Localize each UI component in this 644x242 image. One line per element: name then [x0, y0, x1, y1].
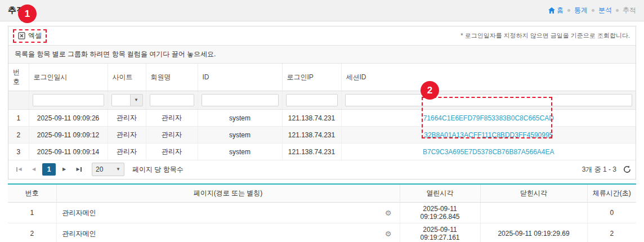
page-name: 관리자메인	[62, 208, 96, 218]
annotation-step-1-badge: 1	[18, 5, 37, 23]
nav-item-tracking: 추적	[623, 6, 636, 15]
page-visits-table: 번호 페이지(경로 또는 별칭) 열린시각 닫힌시각 체류시간(초) 1 관리자…	[8, 185, 636, 242]
ip-filter-input[interactable]	[286, 94, 338, 106]
visit-row[interactable]: 2 관리자메인⚙ 2025-09-11 09:19:27.161 2025-09…	[8, 223, 636, 242]
col-header-member[interactable]: 회원명	[146, 64, 198, 91]
member-filter-input[interactable]	[150, 94, 194, 106]
excel-export-button[interactable]: 엑셀	[13, 29, 47, 43]
login-table-header-row: 번호 로그인일시 사이트 회원명 ID 로그인IP 세션ID	[8, 64, 636, 91]
col-header-ip[interactable]: 로그인IP	[282, 64, 341, 91]
site-filter-dropdown[interactable]: ▼	[111, 94, 143, 106]
col-header-id[interactable]: ID	[198, 64, 282, 91]
grid-toolbar: 엑셀 * 로그인일자를 지정하지 않으면 금일을 기준으로 조회합니다.	[8, 26, 636, 45]
gear-icon[interactable]: ⚙	[385, 230, 392, 238]
refresh-icon[interactable]	[623, 165, 631, 173]
session-id-link[interactable]: B7C9C3A695E7D5378CB76B87A566A4EA	[423, 148, 554, 156]
next-page-icon[interactable]: ▶	[58, 163, 70, 176]
visit-row[interactable]: 1 관리자메인⚙ 2025-09-11 09:19:26.845 0	[8, 203, 636, 223]
annotation-step-2-badge: 2	[421, 81, 439, 100]
col-header-site[interactable]: 사이트	[108, 64, 146, 91]
page-visits-panel: 번호 페이지(경로 또는 별칭) 열린시각 닫힌시각 체류시간(초) 1 관리자…	[8, 183, 636, 242]
col-header-stay-seconds[interactable]: 체류시간(초)	[587, 185, 636, 203]
page-name: 관리자메인	[62, 229, 96, 239]
login-date-note: * 로그인일자를 지정하지 않으면 금일을 기준으로 조회합니다.	[460, 32, 631, 40]
col-header-open-time[interactable]: 열린시각	[400, 185, 480, 203]
top-bar: 추적 홈 통계 분석 추적	[0, 0, 644, 21]
col-header-no[interactable]: 번호	[8, 185, 56, 203]
group-drop-zone[interactable]: 목록을 항목 별로 그룹화 하려면 항목 컬럼을 여기다 끌어 놓으세요.	[8, 45, 636, 64]
pager-range-label: 3개 중 1 - 3	[582, 165, 616, 174]
login-table-row[interactable]: 3 2025-09-11 09:09:14 관리자 관리자 system 121…	[8, 144, 636, 160]
annotation-session-ids-box	[422, 97, 552, 138]
visits-table-header-row: 번호 페이지(경로 또는 별칭) 열린시각 닫힌시각 체류시간(초)	[8, 185, 636, 203]
col-header-close-time[interactable]: 닫힌시각	[480, 185, 587, 203]
prev-page-icon[interactable]: ◀	[28, 163, 40, 176]
excel-icon	[18, 32, 25, 39]
gear-icon[interactable]: ⚙	[385, 209, 392, 217]
nav-item-home[interactable]: 홈	[548, 6, 564, 15]
page-size-label: 페이지 당 항목수	[132, 165, 184, 174]
page-size-dropdown[interactable]: 20 ▼	[92, 163, 124, 176]
col-header-session[interactable]: 세션ID	[341, 64, 636, 91]
nav-item-analysis[interactable]: 분석	[598, 6, 612, 15]
current-page-button[interactable]: 1	[42, 163, 56, 176]
nav-separator-dot	[592, 9, 594, 12]
col-header-no[interactable]: 번호	[8, 64, 29, 91]
home-icon	[548, 7, 555, 14]
chevron-down-icon: ▼	[116, 167, 120, 172]
last-page-icon[interactable]: ▶	[73, 163, 85, 176]
login-table-pager: ◀ ◀ 1 ▶ ▶ 20 ▼ 페이지 당 항목수 3개 중 1 - 3	[8, 160, 636, 179]
top-nav: 홈 통계 분석 추적	[548, 6, 636, 15]
nav-separator-dot	[567, 9, 570, 12]
nav-separator-dot	[616, 9, 619, 12]
chevron-down-icon: ▼	[130, 95, 142, 106]
nav-item-stats[interactable]: 통계	[574, 6, 588, 15]
first-page-icon[interactable]: ◀	[13, 163, 25, 176]
id-filter-input[interactable]	[202, 94, 279, 106]
col-header-page[interactable]: 페이지(경로 또는 별칭)	[56, 185, 400, 203]
col-header-login-at[interactable]: 로그인일시	[29, 64, 108, 91]
